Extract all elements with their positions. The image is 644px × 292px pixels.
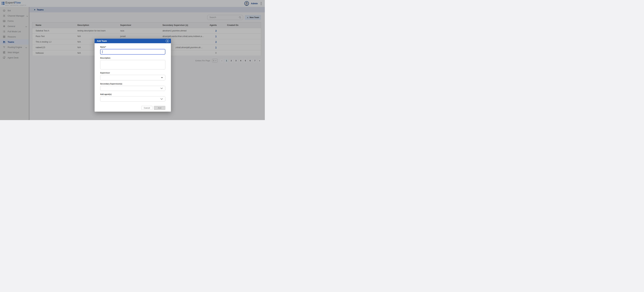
- chevron-down-icon: [160, 88, 163, 89]
- cancel-button[interactable]: Cancel: [141, 106, 152, 110]
- supervisor-label: Supervisor: [100, 72, 165, 74]
- secondary-supervisor-select[interactable]: [100, 86, 165, 91]
- add-button[interactable]: Add: [154, 106, 165, 110]
- modal-header: Add Team: [94, 39, 171, 43]
- field-group-name: Name*: [100, 46, 165, 54]
- team-description-textarea[interactable]: [100, 60, 165, 70]
- field-group-secondary-supervisor: Secondary Supervisor(s): [100, 83, 165, 91]
- name-label: Name*: [100, 46, 165, 48]
- description-label: Description: [100, 57, 165, 59]
- team-name-input[interactable]: [100, 49, 165, 54]
- modal-title: Add Team: [97, 40, 107, 42]
- add-agents-select[interactable]: [100, 96, 165, 102]
- modal-footer: Cancel Add: [94, 104, 171, 112]
- chevron-down-icon: [160, 98, 163, 100]
- dropdown-arrow-icon: [161, 77, 163, 78]
- screen: ExpertFlow your callcenter experts Admin…: [0, 0, 265, 120]
- text-cursor: [102, 50, 102, 53]
- supervisor-select[interactable]: [100, 75, 165, 80]
- close-icon[interactable]: [166, 39, 169, 43]
- field-group-description: Description: [100, 57, 165, 70]
- modal-body: Name* Description Supervisor Secondary S…: [94, 43, 171, 102]
- field-group-supervisor: Supervisor: [100, 72, 165, 80]
- add-agents-label: Add agent(s): [100, 93, 165, 95]
- secondary-supervisor-label: Secondary Supervisor(s): [100, 83, 165, 85]
- field-group-add-agents: Add agent(s): [100, 93, 165, 102]
- add-team-modal: Add Team Name* Description Supervisor Se…: [94, 39, 171, 112]
